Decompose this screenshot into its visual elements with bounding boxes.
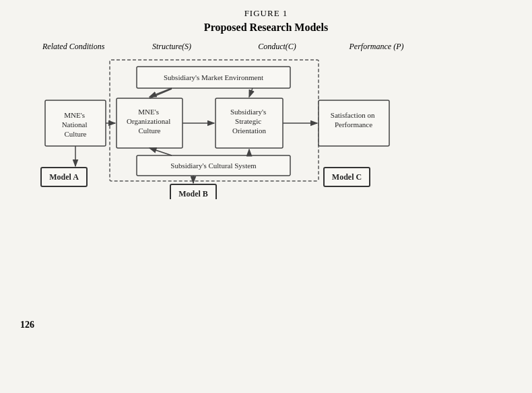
page-number: 126 <box>20 320 34 330</box>
model-a-label: Model A <box>49 172 79 182</box>
subsidiary-market-label: Subsidiary's Market Environment <box>164 73 263 81</box>
subsidiary-cultural-label: Subsidiary's Cultural System <box>170 162 257 170</box>
arrow-market-to-org <box>149 88 172 97</box>
model-c-label: Model C <box>332 172 362 182</box>
col-header-conduct: Conduct(C) <box>228 42 326 52</box>
col-header-performance: Performance (P) <box>326 42 427 52</box>
line-org-to-market <box>149 89 172 98</box>
subsidiary-strategic-label: Subsidiary's Strategic Orientation <box>230 108 268 135</box>
arrow-cultural-to-org <box>149 148 172 155</box>
diagram-area: MNE's National Culture Subsidiary's Mark… <box>37 55 495 202</box>
main-title: Proposed Research Models <box>0 22 532 34</box>
mne-national-label: MNE's National Culture <box>62 111 90 138</box>
diagram-svg: MNE's National Culture Subsidiary's Mark… <box>37 55 495 199</box>
model-b-label: Model B <box>178 189 208 199</box>
col-header-related: Related Conditions <box>42 42 115 52</box>
page: FIGURE 1 Proposed Research Models Relate… <box>0 8 532 393</box>
figure-title: FIGURE 1 <box>0 8 532 19</box>
arrow-market-to-strategic <box>249 88 253 97</box>
col-header-structure: Structure(S) <box>115 42 228 52</box>
